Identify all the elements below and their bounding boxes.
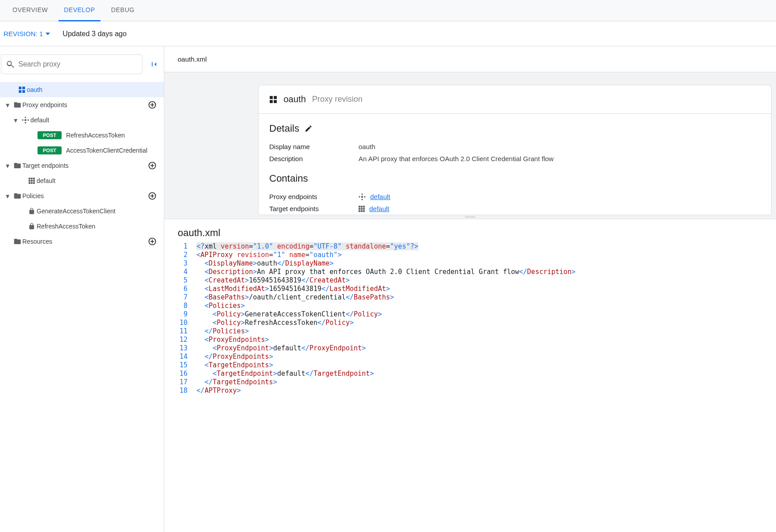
svg-rect-25: [361, 208, 363, 210]
description-value: An API proxy that enforces OAuth 2.0 Cli…: [359, 155, 554, 162]
svg-rect-23: [363, 206, 365, 208]
card-subtitle: Proxy revision: [312, 95, 363, 104]
search-box[interactable]: [1, 54, 142, 74]
display-name-value: oauth: [359, 143, 375, 150]
svg-rect-19: [270, 100, 273, 103]
tab-overview[interactable]: OVERVIEW: [7, 0, 53, 21]
search-input[interactable]: [18, 60, 138, 68]
tree-resources-label: Resources: [22, 238, 148, 245]
content-area: oauth.xml oauth Proxy revision Details: [164, 46, 776, 532]
code-title: oauth.xml: [164, 219, 776, 242]
tree-root-label: oauth: [27, 86, 157, 93]
svg-rect-26: [363, 208, 365, 210]
chevron-down-icon: ▾: [3, 101, 13, 109]
code-content: <?xml version="1.0" encoding="UTF-8" sta…: [196, 242, 576, 404]
tree-proxy-default[interactable]: ▾ default: [0, 112, 164, 128]
top-tab-bar: OVERVIEW DEVELOP DEBUG: [0, 0, 776, 21]
tree-flow-access-label: AccessTokenClientCredential: [66, 147, 157, 154]
tree-target-default[interactable]: default: [0, 173, 164, 188]
target-endpoint-link[interactable]: default: [369, 205, 389, 212]
tree-policy-refresh[interactable]: RefreshAccessToken: [0, 219, 164, 234]
svg-rect-6: [29, 178, 30, 179]
gutter: 123456789101112131415161718: [178, 242, 196, 404]
proxy-icon: [17, 86, 27, 93]
collapse-sidebar-button[interactable]: [148, 58, 160, 71]
method-badge-post: POST: [38, 146, 62, 154]
add-target-endpoint-button[interactable]: [148, 161, 157, 170]
code-panel: oauth.xml 123456789101112131415161718 <?…: [164, 219, 776, 532]
svg-rect-17: [270, 96, 273, 99]
proxy-endpoints-key: Proxy endpoints: [269, 193, 359, 200]
svg-rect-7: [31, 178, 33, 179]
target-endpoints-key: Target endpoints: [269, 205, 359, 212]
svg-rect-0: [19, 87, 21, 89]
file-name: oauth.xml: [178, 55, 207, 63]
updated-text: Updated 3 days ago: [63, 30, 126, 38]
tab-develop[interactable]: DEVELOP: [58, 0, 100, 21]
svg-rect-20: [274, 100, 277, 103]
description-key: Description: [269, 155, 359, 162]
grid-icon: [27, 178, 37, 184]
resize-handle[interactable]: [164, 215, 776, 219]
add-policy-button[interactable]: [148, 191, 157, 200]
tree-flow-refresh[interactable]: POST RefreshAccessToken: [0, 128, 164, 143]
chevron-down-icon: ▾: [3, 192, 13, 200]
tree-policies-label: Policies: [22, 192, 148, 200]
svg-rect-8: [33, 178, 35, 179]
proxy-endpoint-link[interactable]: default: [370, 193, 390, 200]
svg-rect-27: [359, 210, 360, 212]
svg-rect-22: [361, 206, 363, 208]
lock-icon: [27, 223, 37, 230]
tree-proxy-endpoints[interactable]: ▾ Proxy endpoints: [0, 97, 164, 112]
revision-dropdown[interactable]: REVISION: 1: [4, 30, 50, 37]
svg-rect-12: [29, 182, 30, 184]
tree-root-oauth[interactable]: oauth: [0, 82, 164, 97]
folder-icon: [13, 192, 22, 200]
tab-debug[interactable]: DEBUG: [106, 0, 140, 21]
svg-rect-9: [29, 180, 30, 182]
tree-policies[interactable]: ▾ Policies: [0, 188, 164, 204]
tree-target-endpoints[interactable]: ▾ Target endpoints: [0, 158, 164, 173]
svg-rect-18: [274, 96, 277, 99]
endpoint-icon: [359, 193, 366, 200]
endpoint-icon: [21, 116, 30, 124]
tree-flow-access[interactable]: POST AccessTokenClientCredential: [0, 143, 164, 158]
card-title: oauth: [284, 94, 306, 104]
details-heading: Details: [269, 123, 299, 134]
caret-down-icon: [46, 33, 50, 35]
svg-rect-11: [33, 180, 35, 182]
svg-rect-10: [31, 180, 33, 182]
folder-icon: [13, 162, 22, 170]
revision-bar: REVISION: 1 Updated 3 days ago: [0, 21, 776, 46]
details-card: oauth Proxy revision Details Display nam…: [258, 85, 772, 215]
tree-flow-refresh-label: RefreshAccessToken: [66, 132, 157, 139]
sidebar: oauth ▾ Proxy endpoints ▾ default: [0, 46, 164, 532]
tree-target-default-label: default: [37, 177, 157, 184]
svg-rect-21: [359, 206, 360, 208]
grid-icon: [359, 206, 365, 212]
edit-icon[interactable]: [305, 125, 313, 133]
method-badge-post: POST: [38, 131, 62, 139]
tree: oauth ▾ Proxy endpoints ▾ default: [0, 82, 164, 249]
code-editor[interactable]: 123456789101112131415161718 <?xml versio…: [164, 242, 776, 404]
add-proxy-endpoint-button[interactable]: [148, 100, 157, 109]
tree-target-endpoints-label: Target endpoints: [22, 162, 148, 169]
tree-resources[interactable]: Resources: [0, 234, 164, 249]
svg-rect-14: [33, 182, 35, 184]
chevron-spacer: [3, 237, 13, 245]
add-resource-button[interactable]: [148, 237, 157, 246]
tree-policy-refresh-label: RefreshAccessToken: [37, 223, 157, 230]
proxy-icon: [269, 96, 277, 104]
svg-rect-3: [22, 90, 25, 93]
svg-rect-29: [363, 210, 365, 212]
tree-policy-generate[interactable]: GenerateAccessTokenClient: [0, 204, 164, 219]
search-icon: [6, 60, 15, 69]
svg-rect-24: [359, 208, 360, 210]
contains-heading: Contains: [269, 173, 308, 184]
svg-rect-28: [361, 210, 363, 212]
chevron-down-icon: ▾: [3, 162, 13, 170]
folder-icon: [13, 101, 22, 109]
tree-proxy-endpoints-label: Proxy endpoints: [22, 101, 148, 108]
svg-rect-2: [19, 90, 21, 93]
svg-rect-13: [31, 182, 33, 184]
